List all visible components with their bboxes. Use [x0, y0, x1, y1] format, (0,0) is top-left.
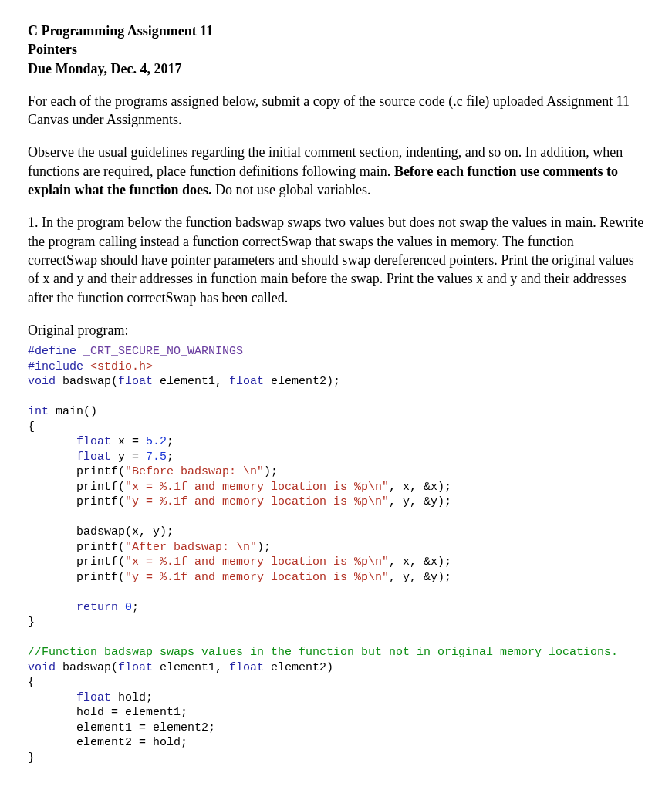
code-token: }	[28, 616, 35, 629]
code-token: element1,	[153, 375, 229, 388]
code-token: element2);	[264, 375, 340, 388]
code-token: }	[28, 751, 35, 765]
code-token: printf(	[28, 571, 125, 584]
code-listing: #define _CRT_SECURE_NO_WARNINGS #include…	[28, 344, 644, 765]
code-token: "y = %.1f and memory location is %p\n"	[125, 571, 389, 584]
code-token: "y = %.1f and memory location is %p\n"	[125, 495, 389, 508]
paragraph-intro: For each of the programs assigned below,…	[28, 92, 644, 130]
code-token: float	[28, 451, 111, 464]
paragraph-guidelines: Observe the usual guidelines regarding t…	[28, 143, 644, 199]
code-token: y =	[111, 451, 146, 464]
code-token: "After badswap: \n"	[125, 541, 257, 554]
code-comment: //Function badswap swaps values in the f…	[28, 646, 618, 659]
code-token: printf(	[28, 555, 125, 569]
header-line-3: Due Monday, Dec. 4, 2017	[28, 59, 644, 78]
code-token: "x = %.1f and memory location is %p\n"	[125, 555, 389, 569]
code-token: badswap(	[56, 375, 118, 388]
code-token: printf(	[28, 465, 125, 478]
paragraph-problem-1: 1. In the program below the function bad…	[28, 213, 644, 306]
code-token	[118, 601, 125, 614]
code-token: element2)	[264, 661, 333, 674]
code-token: ;	[167, 451, 174, 464]
code-token: hold = element1;	[28, 706, 187, 719]
code-token: float	[28, 435, 111, 448]
code-token: float	[229, 661, 264, 674]
code-token: void	[28, 661, 56, 674]
code-token: return	[28, 601, 118, 614]
code-token: x =	[111, 435, 146, 448]
code-token: printf(	[28, 495, 125, 508]
code-token: {	[28, 676, 35, 689]
code-token: printf(	[28, 541, 125, 554]
original-program-label: Original program:	[28, 321, 644, 339]
code-token: "x = %.1f and memory location is %p\n"	[125, 481, 389, 494]
code-token: hold;	[111, 691, 153, 704]
code-token: float	[229, 375, 264, 388]
code-token: float	[118, 375, 153, 388]
code-token: int	[28, 405, 49, 418]
code-token: badswap(	[56, 661, 118, 674]
code-token: , y, &y);	[389, 571, 451, 584]
para2-part2: Do not use global variables.	[212, 182, 371, 198]
code-token: void	[28, 375, 56, 388]
code-token: 7.5	[146, 451, 167, 464]
code-token: #include	[28, 360, 83, 373]
code-token: float	[118, 661, 153, 674]
code-token: );	[257, 541, 271, 554]
code-token: badswap(x, y);	[28, 525, 174, 538]
code-token: element1 = element2;	[28, 721, 215, 734]
code-token: , x, &x);	[389, 555, 451, 569]
code-token: , x, &x);	[389, 481, 451, 494]
header-line-1: C Programming Assignment 11	[28, 22, 644, 40]
code-token: );	[264, 465, 278, 478]
code-token: main()	[49, 405, 97, 418]
code-token: float	[28, 691, 111, 704]
code-token: ;	[132, 601, 139, 614]
code-token: , y, &y);	[389, 495, 451, 508]
code-token: element1,	[153, 661, 229, 674]
code-token: "Before badswap: \n"	[125, 465, 264, 478]
code-token: printf(	[28, 481, 125, 494]
code-token: 0	[125, 601, 132, 614]
code-token: {	[28, 420, 35, 434]
code-token: ;	[167, 435, 174, 448]
code-token: <stdio.h>	[83, 360, 153, 373]
code-token: #define	[28, 345, 76, 358]
header-line-2: Pointers	[28, 40, 644, 59]
code-token: element2 = hold;	[28, 736, 187, 749]
assignment-header: C Programming Assignment 11 Pointers Due…	[28, 22, 644, 78]
code-token: 5.2	[146, 435, 167, 448]
code-token: _CRT_SECURE_NO_WARNINGS	[76, 345, 243, 358]
